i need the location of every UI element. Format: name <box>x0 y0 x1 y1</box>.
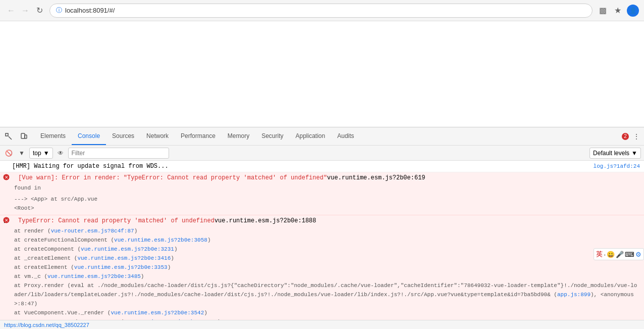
profile-icon[interactable]: 👤 <box>627 5 639 17</box>
vue-warn-body: found in ---> <App> at src/App.vue <Root… <box>0 183 644 215</box>
stack-line-1: at createFunctionalComponent (vue.runtim… <box>14 236 640 245</box>
tab-security[interactable]: Security <box>255 127 289 145</box>
filter-toggle-button[interactable]: ▼ <box>16 148 27 159</box>
stack-link-7[interactable]: vue.runtime.esm.js?2b0e:3542 <box>111 310 204 316</box>
tab-performance[interactable]: Performance <box>175 127 222 145</box>
stack-line-3: at _createElement (vue.runtime.esm.js?2b… <box>14 254 640 263</box>
devtools-left-icons <box>2 130 30 143</box>
stack-link-6[interactable]: app.js:899 <box>557 292 591 298</box>
tab-audits[interactable]: Audits <box>331 127 360 145</box>
error-count-circle: 2 <box>622 133 629 140</box>
devtools-more-button[interactable]: ⋮ <box>631 131 642 142</box>
root-line: <Root> <box>14 204 640 213</box>
stack-link-1[interactable]: vue.runtime.esm.js?2b0e:3058 <box>114 237 207 243</box>
bookmark-icon[interactable]: ★ <box>612 5 624 17</box>
console-filter-input[interactable] <box>68 148 169 159</box>
svg-rect-2 <box>21 133 25 138</box>
console-toolbar: 🚫 ▼ top ▼ 👁 Default levels ▼ <box>0 146 644 161</box>
vue-warn-error-block: ▶ ✕ [Vue warn]: Error in render: "TypeEr… <box>0 172 644 215</box>
page-content <box>0 21 644 127</box>
url-text: localhost:8091/#/ <box>65 7 115 14</box>
error-icon: ✕ <box>3 174 10 183</box>
forward-button[interactable]: → <box>19 5 31 17</box>
typeerror-link[interactable]: vue.runtime.esm.js?2b0e:1888 <box>214 216 316 225</box>
devtools-tabs: Elements Console Sources Network Perform… <box>34 127 360 145</box>
console-output: [HMR] Waiting for update signal from WDS… <box>0 161 644 320</box>
app-line: ---> <App> at src/App.vue <box>14 195 640 204</box>
typeerror-error-block: ▶ ✕ TypeError: Cannot read property 'mat… <box>0 215 644 320</box>
typeerror-header[interactable]: ▶ ✕ TypeError: Cannot read property 'mat… <box>0 215 644 226</box>
eye-icon-button[interactable]: 👁 <box>55 148 66 159</box>
tab-console[interactable]: Console <box>72 127 106 145</box>
tab-elements[interactable]: Elements <box>34 127 72 145</box>
log-levels-selector[interactable]: Default levels ▼ <box>589 148 641 159</box>
cast-icon[interactable]: ▩ <box>597 5 609 17</box>
csdn-lang-icon[interactable]: 英 <box>596 250 603 259</box>
error2-icon: ✕ <box>3 217 10 226</box>
stack-line-7: at VueComponent.Vue._render (vue.runtime… <box>14 308 640 317</box>
tab-network[interactable]: Network <box>140 127 175 145</box>
stack-link-2[interactable]: vue.runtime.esm.js?2b0e:3231 <box>81 246 174 252</box>
stack-link-5[interactable]: vue.runtime.esm.js?2b0e:3485 <box>47 273 141 279</box>
stack-link-0[interactable]: vue-router.esm.js?8c4f:87 <box>51 228 134 234</box>
devtools-tabs-right: 2 ⋮ <box>622 131 642 142</box>
vue-warn-text: [Vue warn]: Error in render: "TypeError:… <box>12 173 327 182</box>
status-hint: https://blog.csdn.net/qq_38502227 <box>0 320 644 329</box>
device-toolbar-button[interactable] <box>17 130 30 143</box>
svg-line-1 <box>9 136 12 139</box>
back-button[interactable]: ← <box>5 5 17 17</box>
devtools-topbar: Elements Console Sources Network Perform… <box>0 127 644 146</box>
csdn-floating-toolbar: 英 · 😀 🎤 ⌨ ⚙ <box>594 248 644 260</box>
stack-line-5: at vm._c (vue.runtime.esm.js?2b0e:3485) <box>14 272 640 281</box>
stack-link-4[interactable]: vue.runtime.esm.js?2b0e:3353 <box>74 264 168 270</box>
csdn-mic-icon[interactable]: 🎤 <box>616 251 624 258</box>
error-badge: 2 <box>622 133 629 140</box>
vue-warn-header[interactable]: ▶ ✕ [Vue warn]: Error in render: "TypeEr… <box>0 172 644 183</box>
tab-memory[interactable]: Memory <box>222 127 255 145</box>
typeerror-body: at render (vue-router.esm.js?8c4f:87) at… <box>0 226 644 320</box>
svg-text:✕: ✕ <box>5 175 9 180</box>
devtools-panel: Elements Console Sources Network Perform… <box>0 127 644 329</box>
browser-chrome: ← → ↻ ⓘ localhost:8091/#/ ▩ ★ 👤 <box>0 0 644 21</box>
levels-chevron-icon: ▼ <box>631 150 637 157</box>
found-in-text: found in <box>14 183 640 193</box>
hmr-link[interactable]: log.js?1afd:24 <box>585 162 640 171</box>
inspect-element-button[interactable] <box>2 130 15 143</box>
svg-rect-0 <box>6 133 8 136</box>
address-bar[interactable]: ⓘ localhost:8091/#/ <box>49 4 593 18</box>
hmr-message: [HMR] Waiting for update signal from WDS… <box>12 162 585 171</box>
svg-rect-3 <box>25 135 27 138</box>
browser-toolbar-right: ▩ ★ 👤 <box>597 5 639 17</box>
csdn-dot-icon: · <box>604 251 606 258</box>
typeerror-text: TypeError: Cannot read property 'matched… <box>12 216 214 225</box>
stack-link-3[interactable]: vue.runtime.esm.js?2b0e:3416 <box>77 255 171 261</box>
csdn-settings-icon[interactable]: ⚙ <box>635 251 641 258</box>
tab-application[interactable]: Application <box>290 127 332 145</box>
stack-line-6: at Proxy.render (eval at ./node_modules/… <box>14 281 640 308</box>
tab-sources[interactable]: Sources <box>106 127 140 145</box>
svg-text:✕: ✕ <box>5 218 9 223</box>
ctx-chevron-icon: ▼ <box>43 150 49 157</box>
clear-console-button[interactable]: 🚫 <box>3 148 14 159</box>
csdn-keyboard-icon[interactable]: ⌨ <box>625 251 634 258</box>
reload-button[interactable]: ↻ <box>33 5 45 17</box>
stack-line-2: at createComponent (vue.runtime.esm.js?2… <box>14 245 640 254</box>
stack-line-4: at createElement (vue.runtime.esm.js?2b0… <box>14 263 640 272</box>
nav-buttons: ← → ↻ <box>5 5 45 17</box>
lock-icon: ⓘ <box>56 6 62 15</box>
console-line-hmr: [HMR] Waiting for update signal from WDS… <box>0 161 644 172</box>
stack-line-0: at render (vue-router.esm.js?8c4f:87) <box>14 226 640 236</box>
context-selector[interactable]: top ▼ <box>29 148 53 159</box>
vue-warn-link[interactable]: vue.runtime.esm.js?2b0e:619 <box>327 173 425 182</box>
csdn-emoji-icon[interactable]: 😀 <box>607 251 615 258</box>
